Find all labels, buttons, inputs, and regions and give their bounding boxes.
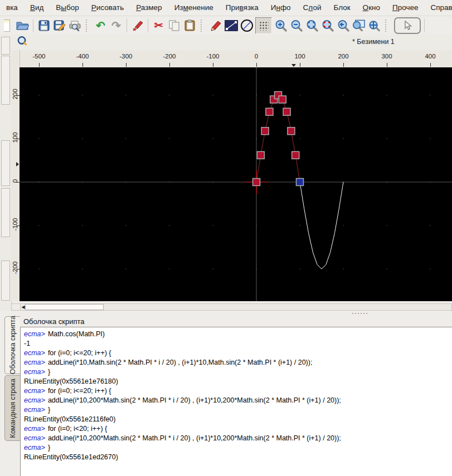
grid-dot	[169, 268, 169, 269]
selection-handle-red[interactable]	[283, 108, 290, 115]
menu-item[interactable]: Изменение	[168, 0, 220, 16]
save-icon	[38, 20, 50, 31]
zoom-previous-button[interactable]	[336, 18, 350, 33]
zoom-window-button[interactable]	[352, 18, 366, 33]
dock-strip	[0, 35, 12, 311]
dock-handle[interactable]	[1, 37, 10, 55]
grid-dot	[386, 138, 387, 139]
grid-toggle-button[interactable]	[255, 17, 272, 34]
bottom-panel: Оболочка скрипта Командная строка Оболоч…	[0, 316, 452, 476]
selection-handle-red[interactable]	[279, 96, 286, 103]
menu-item[interactable]: Прочее	[386, 0, 424, 16]
zoom-out-icon	[290, 19, 303, 32]
undo-button[interactable]: ↶	[94, 18, 108, 33]
draw-pencil-button[interactable]	[208, 18, 222, 33]
paste-button[interactable]	[183, 18, 197, 33]
grid-dot	[386, 225, 387, 225]
grid-dot	[38, 268, 39, 269]
grid-dot	[212, 225, 213, 225]
menu-item[interactable]: Вид	[24, 0, 50, 16]
zoom-pan-button[interactable]	[367, 18, 381, 33]
h-ruler-tick	[82, 63, 83, 67]
line-icon	[225, 20, 238, 31]
save-as-icon	[54, 19, 66, 31]
horizontal-scrollbar[interactable]: ◀	[11, 303, 452, 311]
h-ruler-tick	[300, 63, 300, 67]
tab-script-shell[interactable]: Оболочка скрипта	[4, 316, 20, 374]
menu-item[interactable]: вка	[0, 0, 24, 16]
menu-item[interactable]: Слой	[297, 0, 328, 16]
toolbar-separator	[148, 19, 148, 32]
select-pointer-button[interactable]	[394, 17, 421, 34]
console-prompt: ecma>	[24, 359, 45, 366]
console-line: ecma>Math.cos(Math.PI)	[21, 330, 452, 339]
scrollbar-thumb[interactable]	[25, 304, 104, 310]
open-folder-icon	[16, 20, 29, 31]
zoom-auto-button[interactable]	[305, 18, 319, 33]
menu-item[interactable]: Инфо	[265, 0, 297, 16]
dock-handle[interactable]	[1, 261, 10, 301]
h-ruler-tick-label: 200	[338, 53, 348, 60]
grid-dot	[299, 225, 300, 225]
draw-line-button[interactable]	[224, 18, 238, 33]
menu-item[interactable]: Привязка	[220, 0, 265, 16]
selection-handle-blue[interactable]	[297, 179, 304, 186]
drawing-canvas[interactable]	[20, 67, 452, 301]
copy-button[interactable]	[167, 18, 181, 33]
console-line: ecma>for (i=0; i<20; i++) {	[21, 424, 452, 434]
console-prompt: ecma>	[24, 330, 45, 338]
delete-entity-button[interactable]	[130, 18, 144, 33]
h-ruler-tick-label: -400	[76, 53, 89, 60]
selection-handle-red[interactable]	[253, 179, 260, 186]
zoom-selection-button[interactable]	[320, 18, 334, 33]
menu-item[interactable]: Справка	[424, 0, 452, 16]
print-preview-button[interactable]	[68, 18, 82, 33]
menu-item[interactable]: Блок	[327, 0, 356, 16]
zoom-in-button[interactable]	[274, 18, 288, 33]
selection-handle-red[interactable]	[261, 127, 269, 135]
h-ruler-tick-label: -100	[206, 53, 219, 60]
console-text: RLineEntity(0x5561e1ed2670)	[24, 453, 118, 461]
v-ruler-tick-label: -100	[12, 215, 18, 233]
console-text: }	[48, 406, 50, 414]
grid-dot	[299, 268, 300, 269]
toolbar: ↶ ↷ ✂	[0, 16, 452, 35]
selection-handle-red[interactable]	[266, 108, 273, 115]
menu-item[interactable]: Рисовать	[85, 0, 130, 16]
h-ruler-tick	[343, 63, 344, 67]
selection-handle-red[interactable]	[257, 151, 264, 159]
new-file-button[interactable]	[0, 18, 14, 33]
redo-button[interactable]: ↷	[109, 18, 123, 33]
save-as-button[interactable]	[52, 18, 66, 33]
console-line: ecma>for (i=0; i<=20; i++) {	[21, 349, 452, 358]
open-file-button[interactable]	[16, 18, 30, 33]
panel-splitter[interactable]	[0, 311, 452, 316]
grid-dot	[430, 225, 430, 225]
console-line: ecma>}	[21, 367, 452, 377]
copy-icon	[168, 19, 180, 31]
tab-command-line[interactable]: Командная строка	[4, 375, 20, 441]
console-line: RLineEntity(0x5561e1ed2670)	[21, 453, 452, 462]
menu-item[interactable]: Выбор	[50, 0, 85, 16]
h-ruler-tick	[430, 63, 431, 67]
selection-handle-red[interactable]	[292, 151, 299, 159]
save-button[interactable]	[37, 18, 51, 33]
cut-scissors-icon: ✂	[154, 20, 163, 31]
grid-dot	[125, 95, 126, 95]
grid-dot	[212, 95, 213, 95]
grid-dot	[125, 225, 126, 225]
cut-button[interactable]: ✂	[152, 18, 166, 33]
dock-handle[interactable]	[1, 188, 10, 237]
grid-icon	[259, 21, 269, 31]
dock-handle[interactable]	[1, 140, 10, 186]
vertical-ruler: 2001000-100-200	[11, 50, 20, 301]
h-ruler-tick	[387, 63, 387, 67]
zoom-out-button[interactable]	[289, 18, 303, 33]
menu-item[interactable]: Окно	[357, 0, 386, 16]
menu-item[interactable]: Размер	[130, 0, 168, 16]
script-console[interactable]: ecma>Math.cos(Math.PI) -1 ecma>for (i=0;…	[20, 327, 452, 476]
grid-dot	[343, 138, 343, 139]
draw-circle-button[interactable]	[240, 18, 254, 33]
dock-handle[interactable]	[1, 56, 10, 105]
selection-handle-red[interactable]	[288, 127, 295, 135]
